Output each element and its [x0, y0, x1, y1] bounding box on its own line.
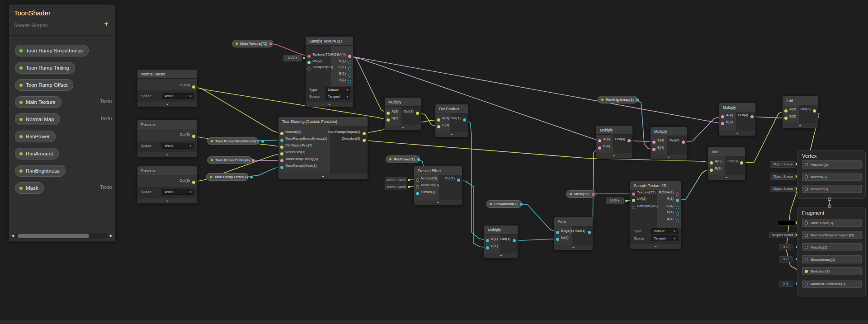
port-in-B(3)[interactable]	[387, 118, 390, 122]
pill-mask[interactable]: Mask(T2)	[566, 190, 596, 198]
port-out-Out(1)[interactable]	[513, 239, 516, 242]
slot-metallic-1-[interactable]: Metallic(1)	[802, 243, 862, 251]
port-out-Out(4)[interactable]	[627, 139, 631, 142]
edge[interactable]	[514, 239, 557, 240]
node-position-2[interactable]: PositionOut(3)SpaceWorld▾⌄	[137, 166, 198, 204]
pill-toon-ramp-offset[interactable]: Toon Ramp Offset(1)	[206, 173, 249, 181]
dropdown-space[interactable]: Tangent▾	[651, 235, 678, 241]
blackboard-property-rimamount[interactable]: RimAmount	[15, 148, 59, 160]
port-out-Out(4)[interactable]	[682, 141, 685, 144]
port-in-In(1)[interactable]	[556, 238, 559, 241]
collapse-chevron-icon[interactable]: ⌄	[783, 123, 818, 128]
node-sample-texture-2d-2[interactable]: Sample Texture 2DTexture(T2)UV(2)Sampler…	[630, 181, 681, 249]
node-multiply-4[interactable]: MultiplyA(4)B(4)Out(4)⌄	[650, 127, 687, 160]
dropdown-space[interactable]: World▾	[162, 93, 193, 99]
dropdown-space[interactable]: World▾	[162, 143, 193, 149]
collapse-chevron-icon[interactable]: ⌄	[651, 155, 687, 160]
color-swatch[interactable]	[778, 220, 796, 225]
collapse-chevron-icon[interactable]: ⌄	[137, 198, 197, 203]
collapse-chevron-icon[interactable]: ⌄	[484, 253, 518, 258]
port-out[interactable]	[592, 193, 594, 196]
collapse-chevron-icon[interactable]: ⌄	[137, 102, 197, 107]
edge[interactable]	[751, 117, 785, 118]
collapse-chevron-icon[interactable]: ⌄	[278, 174, 368, 179]
uv-channel-dropdown[interactable]: UV0 ▾	[283, 55, 302, 61]
port-in-B(3)[interactable]	[784, 117, 788, 120]
node-dot-product[interactable]: Dot ProductA(3)B(3)Out(1)⌄	[435, 104, 468, 137]
slot-tangent-3-[interactable]: Tangent(3)	[802, 185, 862, 193]
pill-rimpower[interactable]: RimPower(1)	[386, 155, 420, 163]
collapse-chevron-icon[interactable]: ⌄	[708, 175, 745, 180]
collapse-chevron-icon[interactable]: ⌄	[306, 102, 353, 107]
port-out-R(1)[interactable]	[676, 199, 679, 202]
add-property-button[interactable]: +	[104, 19, 108, 28]
port-in-Normal(3)[interactable]	[805, 175, 808, 178]
collapse-chevron-icon[interactable]: ⌄	[596, 153, 632, 158]
collapse-chevron-icon[interactable]: ⌄	[719, 131, 755, 136]
slot-normal-3-[interactable]: Normal(3)	[802, 173, 862, 181]
port-in-B(4)[interactable]	[652, 148, 656, 151]
port-in-Power(1)[interactable]	[416, 192, 419, 195]
block-vertex[interactable]: VertexPosition(3)Normal(3)Tangent(3)	[797, 150, 866, 199]
pill-rimamount[interactable]: RimAmount(1)	[486, 200, 522, 208]
edge[interactable]	[349, 56, 387, 113]
port-dot[interactable]	[303, 57, 305, 59]
default-value-chip[interactable]: World Space	[385, 177, 407, 183]
port-in-ToonRampTinting(4)[interactable]	[280, 159, 283, 162]
node-fresnel-effect[interactable]: Fresnel EffectNormal(3)View Dir(3)Power(…	[414, 166, 462, 205]
port-out-Out(1)[interactable]	[588, 231, 591, 234]
node-add-1[interactable]: AddA(3)B(3)Out(3)⌄	[782, 96, 818, 128]
pill-toon-ramp-smoothness[interactable]: Toon Ramp Smoothness(1)	[207, 137, 259, 145]
port-in-B(4)[interactable]	[721, 122, 724, 125]
scroll-right-arrow[interactable]: ▶	[110, 234, 113, 238]
edge[interactable]	[245, 167, 281, 177]
node-position-1[interactable]: PositionOut(3)SpaceWorld▾⌄	[137, 120, 198, 158]
port-in-Tangent(3)[interactable]	[805, 188, 808, 191]
blackboard-property-main-texture[interactable]: Main Texture	[15, 96, 61, 108]
port-in-Emission(3)[interactable]	[805, 270, 808, 273]
collapse-chevron-icon[interactable]: ⌄	[554, 245, 593, 250]
scrollbar-thumb[interactable]	[18, 234, 89, 238]
pill-toon-ramp-tinting[interactable]: Toon Ramp Tinting(4)	[207, 156, 252, 164]
blackboard-property-toon-ramp-offset[interactable]: Toon Ramp Offset	[15, 79, 73, 91]
edge[interactable]	[193, 87, 281, 133]
port-in-B(3)[interactable]	[710, 169, 713, 172]
port-in-B(1)[interactable]	[486, 246, 489, 249]
port-out-B(1)[interactable]	[348, 74, 351, 77]
collapse-chevron-icon[interactable]: ⌄	[630, 244, 681, 249]
uv-channel-dropdown[interactable]: UV0 ▾	[606, 197, 624, 204]
default-value-chip[interactable]: Tangent Space	[769, 232, 796, 238]
node-step[interactable]: StepEdge(1)In(1)Out(1)⌄	[554, 217, 593, 250]
port-out-Out(3)[interactable]	[192, 181, 195, 184]
edge[interactable]	[193, 87, 387, 120]
blackboard-scrollbar[interactable]: ◀ ▶	[9, 232, 115, 239]
slot-normal-tangent-space-3-[interactable]: Normal (Tangent Space)(3)	[802, 231, 862, 239]
node-sample-texture-2d-1[interactable]: Sample Texture 2DTexture(T2)UV(2)Sampler…	[305, 36, 354, 107]
collapse-chevron-icon[interactable]: ⌄	[385, 125, 421, 130]
port-out[interactable]	[520, 203, 523, 206]
slot-emission-3-[interactable]: Emission(3)	[802, 267, 862, 275]
dropdown-space[interactable]: Tangent▾	[326, 94, 350, 99]
blackboard-property-normal-map[interactable]: Normal Map	[15, 113, 60, 125]
edge[interactable]	[683, 117, 722, 142]
pill-main-texture[interactable]: Main Texture(T2)	[232, 40, 274, 47]
port-out-Out(4)[interactable]	[750, 115, 754, 118]
default-value-chip[interactable]: Object Space	[770, 174, 796, 180]
default-value-chip[interactable]: Object Space	[770, 161, 796, 168]
node-multiply-2[interactable]: MultiplyA(1)B(1)Out(1)⌄	[484, 225, 518, 258]
port-out-Direction(3)[interactable]	[363, 139, 366, 142]
port-in-WorldPos(3)[interactable]	[280, 152, 283, 155]
scroll-left-arrow[interactable]: ◀	[11, 234, 14, 238]
blackboard-property-toon-ramp-tinting[interactable]: Toon Ramp Tinting	[15, 62, 75, 74]
port-in-B(4)[interactable]	[598, 146, 601, 150]
port-out-Out(3)[interactable]	[813, 109, 816, 113]
block-fragment[interactable]: FragmentBase Color(3)Normal (Tangent Spa…	[797, 207, 866, 296]
edge[interactable]	[519, 204, 557, 232]
edge[interactable]	[464, 120, 486, 240]
dropdown-type[interactable]: Default▾	[326, 87, 350, 93]
edge[interactable]	[677, 170, 710, 200]
port-in-B(3)[interactable]	[437, 125, 440, 128]
dropdown-space[interactable]: World▾	[162, 189, 193, 195]
port-out-Out(3)[interactable]	[192, 85, 195, 89]
node-add-2[interactable]: AddA(3)B(3)Out(3)⌄	[708, 147, 745, 180]
